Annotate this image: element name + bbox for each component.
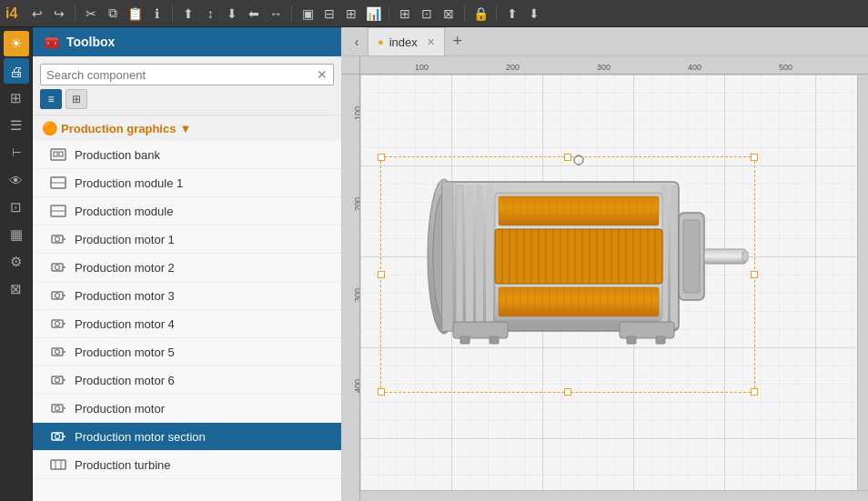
svg-rect-113 [683, 220, 700, 293]
svg-rect-40 [476, 185, 483, 327]
sidebar-icon-list[interactable]: ☰ [4, 113, 29, 138]
sidebar-icon-truck[interactable]: ⊠ [4, 276, 29, 302]
toolbox-header: 🧰 Toolbox [33, 27, 341, 56]
sel-handle-bm[interactable] [564, 388, 571, 396]
svg-rect-114 [704, 249, 746, 264]
item-label: Production motor 4 [75, 317, 175, 331]
item-label: Production motor [75, 402, 165, 416]
svg-rect-37 [442, 182, 453, 331]
tab-index[interactable]: ● index ✕ [368, 27, 445, 55]
grid-icon[interactable]: ⊞ [396, 5, 414, 23]
motor-icon [49, 371, 67, 389]
tab-close-icon[interactable]: ✕ [427, 36, 435, 48]
motor-icon [49, 399, 67, 417]
item-label: Production motor 3 [75, 289, 175, 303]
info-icon[interactable]: ℹ [147, 5, 166, 23]
frame-icon[interactable]: ▣ [298, 5, 317, 23]
category-arrow: ▼ [179, 122, 191, 135]
sep2 [172, 5, 173, 22]
sidebar-icon-sun[interactable]: ☀ [4, 31, 29, 56]
sel-handle-tl[interactable] [378, 154, 385, 161]
export-icon[interactable]: ⬆ [503, 5, 521, 23]
move-icon[interactable]: ⊞ [342, 5, 360, 23]
align-left-icon[interactable]: ⬅ [245, 5, 263, 23]
ruler-vertical: 100 200 300 400 [342, 75, 360, 501]
svg-point-23 [56, 378, 60, 383]
list-item[interactable]: Production motor 2 [33, 254, 341, 282]
list-item[interactable]: Production motor 1 [33, 225, 341, 254]
category-header[interactable]: 🟠 Production graphics ▼ [33, 115, 341, 141]
paste-icon[interactable]: 📋 [126, 5, 144, 23]
sidebar-icon-print[interactable]: 🖨 [4, 58, 29, 84]
sel-handle-mr[interactable] [751, 271, 758, 278]
sep1 [75, 5, 76, 22]
grid-view-button[interactable]: ⊞ [66, 89, 87, 109]
sel-handle-ml[interactable] [378, 271, 385, 278]
item-label: Production bank [75, 148, 160, 162]
lock-icon[interactable]: 🔒 [471, 5, 490, 23]
tab-bar: ‹ ● index ✕ + [342, 27, 868, 56]
turbine-icon [49, 456, 67, 474]
svg-rect-41 [486, 185, 493, 327]
list-item[interactable]: Production motor 3 [33, 282, 341, 310]
copy-icon[interactable]: ⧉ [104, 5, 122, 23]
svg-rect-120 [627, 336, 636, 344]
content-area: ‹ ● index ✕ + 100 200 300 400 500 100 20 [342, 27, 868, 501]
align-middle-icon[interactable]: ↕ [201, 5, 219, 23]
toolbox-list: 🟠 Production graphics ▼ Production bank … [33, 115, 341, 501]
toolbox-title: Toolbox [66, 35, 115, 49]
sidebar-icon-settings[interactable]: ⚙ [4, 249, 29, 275]
chart-icon[interactable]: 📊 [364, 5, 382, 23]
sel-handle-tr[interactable] [751, 154, 758, 161]
ruler-h-tick: 500 [779, 63, 792, 74]
top-toolbar: i4 ↩ ↪ ✂ ⧉ 📋 ℹ ⬆ ↕ ⬇ ⬅ ↔ ▣ ⊟ ⊞ 📊 ⊞ ⊡ ⊠ 🔒… [0, 0, 868, 27]
sidebar-icon-eye[interactable]: 👁 [4, 167, 29, 193]
list-item[interactable]: Production motor 6 [33, 366, 341, 395]
svg-point-122 [574, 155, 583, 165]
list-item[interactable]: Production module [33, 197, 341, 225]
cut-icon[interactable]: ✂ [82, 5, 100, 23]
align-top-icon[interactable]: ⬆ [179, 5, 197, 23]
redo-icon[interactable]: ↪ [50, 5, 68, 23]
import-icon[interactable]: ⬇ [525, 5, 543, 23]
search-input[interactable] [46, 68, 317, 82]
list-item[interactable]: Production motor [33, 395, 341, 423]
sidebar-icon-table[interactable]: ▦ [4, 222, 29, 247]
ruler-h-tick: 400 [688, 63, 701, 74]
search-clear-icon[interactable]: ✕ [317, 67, 328, 82]
sidebar-icon-database[interactable]: ⊡ [4, 195, 29, 220]
svg-rect-119 [620, 322, 674, 338]
item-label: Production motor 6 [75, 374, 175, 387]
align-center-icon[interactable]: ↔ [267, 5, 285, 23]
svg-rect-118 [490, 336, 499, 344]
undo-icon[interactable]: ↩ [28, 5, 46, 23]
view-toggle: ≡ ⊞ [40, 89, 334, 109]
ungroup-icon[interactable]: ⊠ [439, 5, 458, 23]
align-frame-icon[interactable]: ⊟ [320, 5, 338, 23]
sidebar-icon-layers[interactable]: ⊞ [4, 85, 29, 111]
tab-add-button[interactable]: + [445, 27, 470, 55]
list-view-button[interactable]: ≡ [40, 89, 62, 109]
tab-prev-arrow[interactable]: ‹ [346, 27, 368, 55]
group-icon[interactable]: ⊡ [418, 5, 436, 23]
list-item-selected[interactable]: Production motor section [33, 423, 341, 451]
list-item[interactable]: Production motor 4 [33, 310, 341, 338]
toolbox-icon: 🧰 [44, 35, 59, 49]
sidebar-icon-hierarchy[interactable]: ⊢ [4, 140, 29, 165]
sel-handle-bl[interactable] [378, 388, 385, 396]
list-item[interactable]: Production motor 5 [33, 338, 341, 366]
sel-handle-br[interactable] [751, 388, 758, 396]
list-item[interactable]: Production turbine [33, 451, 341, 479]
svg-rect-121 [656, 336, 665, 344]
ruler-corner [342, 56, 360, 75]
scrollbar-horizontal[interactable] [360, 490, 868, 501]
svg-rect-116 [453, 322, 508, 338]
list-item[interactable]: Production module 1 [33, 169, 341, 197]
canvas-grid[interactable] [360, 75, 868, 501]
svg-point-29 [56, 435, 60, 439]
list-item[interactable]: Production bank [33, 141, 341, 169]
align-bottom-icon[interactable]: ⬇ [223, 5, 241, 23]
scrollbar-vertical[interactable] [857, 75, 868, 490]
canvas-wrap[interactable]: 100 200 300 400 500 100 200 300 400 [342, 56, 868, 501]
ruler-h-tick: 200 [506, 63, 520, 74]
